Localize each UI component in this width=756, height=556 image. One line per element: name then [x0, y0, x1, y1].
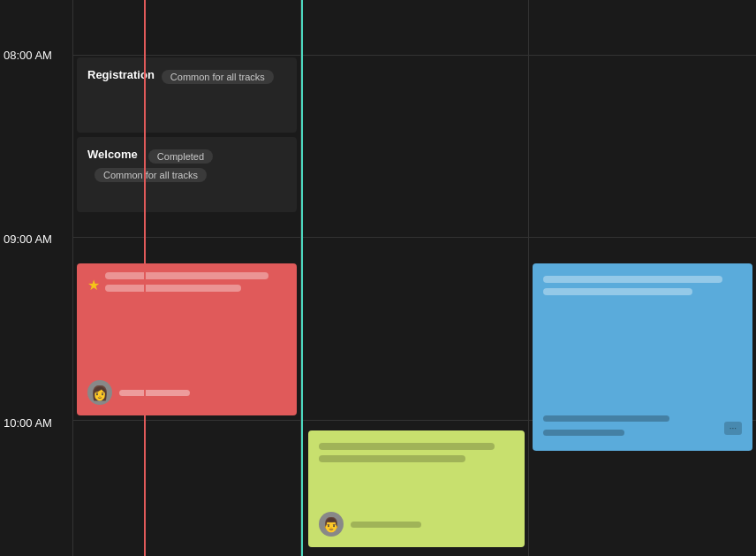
welcome-title: Welcome [87, 148, 138, 161]
red-title-line [105, 272, 268, 279]
green-speaker-row: 👨 [319, 512, 421, 537]
schedule-container: 08:00 AM 09:00 AM 10:00 AM Registration … [0, 0, 756, 556]
red-speaker-row: 👩 [87, 380, 190, 405]
blue-info-line2 [543, 430, 624, 436]
welcome-event[interactable]: Welcome Completed Common for all tracks [77, 137, 297, 212]
time-label-9am: 09:00 AM [4, 232, 52, 246]
star-icon: ★ [87, 277, 100, 293]
green-title-line [319, 443, 495, 450]
green-speaker-label [351, 522, 421, 528]
time-column: 08:00 AM 09:00 AM 10:00 AM [0, 0, 72, 556]
badge-common-all-2: Common for all tracks [94, 168, 207, 182]
track-column-1: Registration Common for all tracks Welco… [72, 0, 300, 556]
badge-common-all: Common for all tracks [162, 70, 274, 84]
red-session-event[interactable]: ★ 👩 [77, 263, 297, 415]
time-label-10am: 10:00 AM [4, 416, 52, 430]
blue-session-event[interactable]: ··· [533, 263, 752, 451]
track-column-2: 👨 [300, 0, 528, 556]
track-column-3: ··· [528, 0, 756, 556]
blue-title-line [543, 276, 722, 283]
registration-event[interactable]: Registration Common for all tracks [77, 57, 297, 133]
red-speaker-avatar: 👩 [87, 380, 112, 405]
red-speaker-label [119, 390, 190, 396]
time-label-8am: 08:00 AM [4, 49, 52, 62]
blue-badge: ··· [724, 422, 742, 435]
blue-subtitle-line [543, 288, 692, 295]
red-subtitle-line [105, 285, 241, 292]
blue-info-line1 [543, 415, 669, 422]
red-accent-line [144, 0, 146, 556]
tracks-area: Registration Common for all tracks Welco… [72, 0, 756, 556]
teal-accent-line [301, 0, 303, 556]
badge-completed: Completed [148, 149, 213, 164]
green-speaker-avatar: 👨 [319, 512, 344, 537]
green-session-event[interactable]: 👨 [308, 430, 525, 547]
green-subtitle-line [319, 455, 465, 462]
